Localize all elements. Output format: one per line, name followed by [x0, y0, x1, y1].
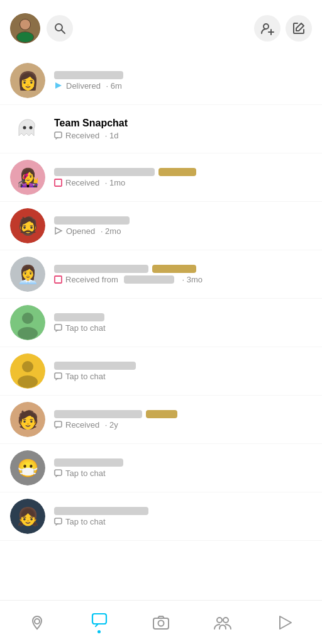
status-text: Tap to chat [65, 372, 106, 381]
svg-point-27 [18, 327, 38, 340]
chat-avatar: 😷 [10, 450, 45, 486]
chat-status: Opened · 2mo [54, 226, 312, 236]
svg-text:🧑: 🧑 [17, 409, 39, 430]
chat-name-blur [54, 410, 142, 418]
chat-item[interactable]: Team Snapchat Received · 1d [0, 105, 322, 153]
new-chat-button[interactable] [286, 15, 312, 42]
search-button[interactable] [47, 15, 73, 42]
chat-item[interactable]: Tap to chat [0, 347, 322, 396]
chat-avatar [10, 111, 45, 147]
nav-map[interactable] [18, 607, 56, 638]
svg-marker-12 [55, 82, 62, 89]
svg-point-4 [17, 32, 33, 42]
status-icon [54, 81, 63, 90]
status-text: Received from [65, 275, 118, 284]
camera-icon [152, 614, 170, 631]
chat-name-extra [152, 265, 196, 273]
svg-marker-48 [280, 616, 291, 629]
chat-avatar [10, 305, 45, 340]
chat-name-blur [54, 216, 130, 225]
header [0, 0, 322, 57]
svg-text:👩‍🎤: 👩‍🎤 [17, 167, 39, 188]
chat-name-row [54, 168, 312, 176]
status-icon [54, 421, 62, 429]
svg-point-47 [223, 618, 228, 623]
chat-name-row [54, 71, 312, 79]
chat-item[interactable]: Tap to chat [0, 299, 322, 347]
svg-rect-15 [55, 132, 62, 138]
chat-status: Received from · 3mo [54, 275, 312, 284]
status-time: · 1d [103, 131, 118, 140]
chat-item[interactable]: 🧔 Opened · 2mo [0, 202, 322, 250]
status-text: Opened [66, 226, 95, 236]
svg-rect-32 [55, 373, 62, 379]
nav-friends[interactable] [204, 607, 242, 638]
chat-name-extra [158, 168, 196, 176]
status-icon [54, 372, 62, 380]
chat-item[interactable]: 👩 Delivered · 6m [0, 57, 322, 105]
chat-status: Tap to chat [54, 469, 312, 478]
svg-text:👩: 👩 [17, 70, 39, 91]
status-text: Delivered [66, 81, 101, 91]
chat-status: Received · 1d [54, 131, 312, 140]
chat-name-row [54, 458, 312, 467]
svg-point-26 [22, 313, 33, 324]
svg-rect-24 [55, 276, 62, 283]
chat-item[interactable]: 👩‍💼 Received from · 3mo [0, 250, 322, 299]
chat-info: Opened · 2mo [54, 216, 312, 236]
status-text: Tap to chat [65, 517, 106, 526]
chat-status: Delivered · 6m [54, 81, 312, 91]
chat-item[interactable]: 👧 Tap to chat [0, 492, 322, 541]
chat-info: Received · 1mo [54, 168, 312, 187]
svg-point-13 [23, 126, 26, 130]
svg-point-14 [30, 126, 33, 130]
chat-avatar: 👩 [10, 63, 45, 98]
status-icon [54, 275, 62, 284]
chat-status: Tap to chat [54, 517, 312, 526]
chat-nav-icon [91, 611, 108, 629]
chat-name-blur [54, 71, 123, 79]
status-icon [54, 131, 62, 140]
nav-camera[interactable] [142, 607, 180, 638]
chat-info: Tap to chat [54, 507, 312, 526]
chat-name-extra [146, 410, 177, 418]
svg-text:😷: 😷 [17, 458, 39, 479]
chat-name-blur [54, 313, 104, 321]
nav-chat-dot [97, 630, 101, 633]
svg-rect-43 [92, 614, 106, 624]
status-text: Tap to chat [65, 323, 106, 333]
svg-point-46 [217, 618, 222, 623]
header-actions [254, 15, 312, 42]
chat-name-blur [54, 458, 123, 467]
user-avatar[interactable] [10, 13, 40, 43]
chat-avatar: 🧑 [10, 402, 45, 437]
nav-chat[interactable] [80, 607, 118, 638]
chat-item[interactable]: 👩‍🎤 Received · 1mo [0, 153, 322, 202]
chat-item[interactable]: 😷 Tap to chat [0, 444, 322, 492]
svg-rect-38 [55, 470, 62, 475]
status-text: Tap to chat [65, 469, 106, 478]
nav-stories[interactable] [266, 607, 304, 638]
svg-rect-28 [55, 325, 62, 330]
chat-info: Tap to chat [54, 362, 312, 381]
chat-item[interactable]: 🧑 Received · 2y [0, 396, 322, 444]
bottom-nav [0, 600, 322, 644]
chat-name-blur [54, 265, 148, 273]
status-time: · 6m [104, 81, 122, 91]
status-icon [54, 324, 62, 332]
chat-name-row [54, 265, 312, 273]
svg-point-3 [20, 19, 30, 30]
add-friend-button[interactable] [254, 15, 280, 42]
status-text: Received [65, 178, 99, 187]
status-icon [54, 179, 62, 187]
svg-point-42 [35, 619, 40, 624]
friends-icon [213, 614, 232, 631]
svg-text:🧔: 🧔 [17, 216, 39, 236]
chat-avatar: 👩‍🎤 [10, 160, 45, 195]
chat-name-row [54, 507, 312, 515]
svg-text:👧: 👧 [17, 506, 39, 527]
chat-info: Received · 2y [54, 410, 312, 430]
chat-status: Received · 1mo [54, 178, 312, 187]
chat-name-row [54, 313, 312, 321]
status-time: · 2mo [98, 226, 121, 236]
